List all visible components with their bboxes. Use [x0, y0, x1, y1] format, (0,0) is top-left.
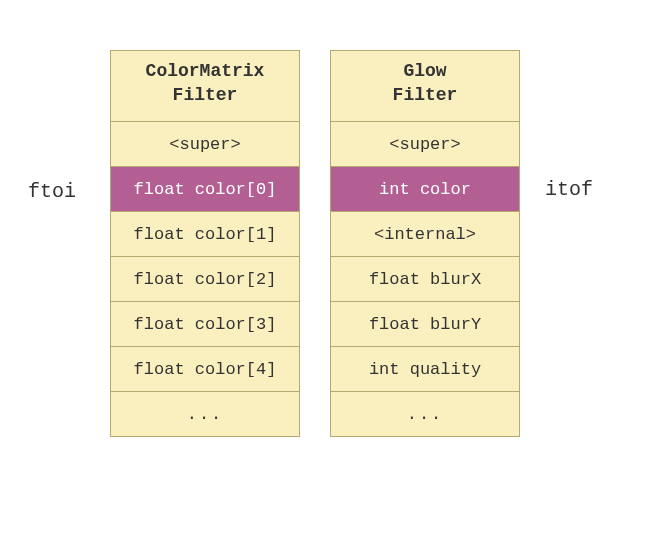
cell-color4: float color[4]	[111, 347, 299, 392]
cell-color3: float color[3]	[111, 302, 299, 347]
header-line2: Filter	[173, 85, 238, 105]
cell-blurx: float blurX	[331, 257, 519, 302]
header-line1: Glow	[403, 61, 446, 81]
cell-color1: float color[1]	[111, 212, 299, 257]
cell-quality: int quality	[331, 347, 519, 392]
cell-super: <super>	[331, 122, 519, 167]
cell-color2: float color[2]	[111, 257, 299, 302]
cell-super: <super>	[111, 122, 299, 167]
cell-color0: float color[0]	[111, 167, 299, 212]
label-ftoi: ftoi	[28, 180, 76, 203]
cell-ellipsis: ...	[331, 392, 519, 437]
cell-ellipsis: ...	[111, 392, 299, 437]
header-line2: Filter	[393, 85, 458, 105]
column-glow: Glow Filter <super> int color <internal>…	[330, 50, 520, 437]
diagram-stage: ftoi itof ColorMatrix Filter <super> flo…	[0, 0, 648, 541]
header-line1: ColorMatrix	[146, 61, 265, 81]
column-header-colormatrix: ColorMatrix Filter	[111, 50, 299, 122]
cell-blury: float blurY	[331, 302, 519, 347]
column-header-glow: Glow Filter	[331, 50, 519, 122]
cell-intcolor: int color	[331, 167, 519, 212]
cell-internal: <internal>	[331, 212, 519, 257]
label-itof: itof	[545, 178, 593, 201]
column-colormatrix: ColorMatrix Filter <super> float color[0…	[110, 50, 300, 437]
